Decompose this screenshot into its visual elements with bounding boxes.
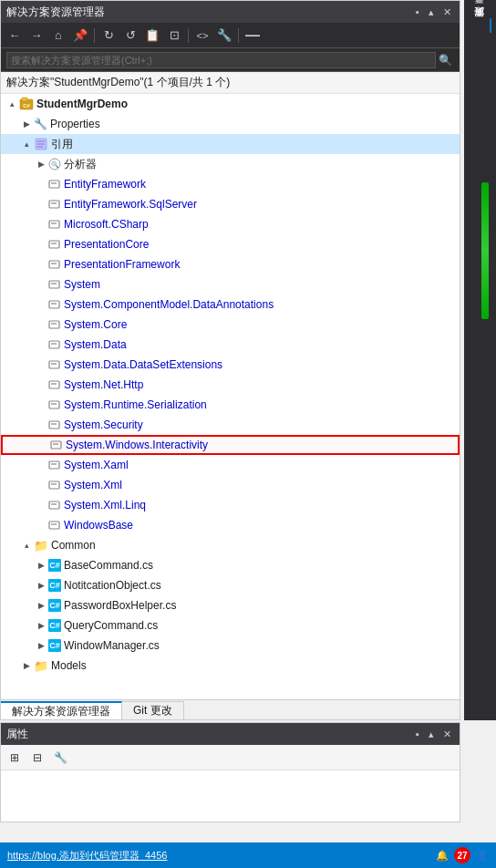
props-close-button[interactable]: ✕ (440, 729, 454, 739)
tree-ref-presfw[interactable]: ▶ PresentationFramework (1, 254, 460, 274)
tree-ref-mscsharp[interactable]: ▶ Microsoft.CSharp (1, 214, 460, 234)
pin-button2[interactable]: 📌 (70, 26, 90, 46)
ref-sysxaml-label: System.Xaml (64, 459, 129, 471)
refresh-button[interactable]: ↻ (98, 26, 119, 46)
tree-common-folder[interactable]: ▴ 📁 Common (1, 535, 460, 555)
tree-ref-sysdataext[interactable]: ▶ System.Data.DataSetExtensions (1, 355, 460, 375)
props-toolbar: ⊞ ⊟ 🔧 (1, 745, 460, 770)
tree-windowmanager[interactable]: ▶ C# WindowManager.cs (1, 636, 460, 656)
minimize-button[interactable]: — (243, 26, 263, 46)
tree-ref-syssec[interactable]: ▶ System.Security (1, 415, 460, 435)
ref-icon-sysdata (48, 339, 61, 350)
tree-properties[interactable]: ▶ 🔧 Properties (1, 114, 460, 134)
expand-icon-no: ▶ (34, 578, 48, 593)
tree-ref-sysann[interactable]: ▶ System.ComponentModel.DataAnnotations (1, 294, 460, 315)
props-pin-button[interactable]: ▪ (413, 729, 422, 739)
ref-prescore-label: PresentationCore (64, 238, 149, 251)
ref-icon-sysxmllinq (48, 500, 61, 511)
tree-ref-sysnethttp[interactable]: ▶ System.Net.Http (1, 375, 460, 395)
notification-badge[interactable]: 27 (454, 847, 470, 863)
bottom-tabs: 解决方案资源管理器 Git 更改 (1, 699, 460, 719)
tab-solution-explorer[interactable]: 解决方案资源管理器 (1, 701, 122, 719)
tree-ref-ef-sql[interactable]: ▶ EntityFramework.SqlServer (1, 194, 460, 214)
expand-icon-references: ▴ (19, 137, 34, 151)
tab-git-changes[interactable]: Git 更改 (122, 701, 184, 719)
tree-area[interactable]: 解决方案"StudentMgrDemo"(1 个项目/共 1 个) ▴ C# S… (1, 72, 460, 699)
svg-rect-29 (49, 381, 59, 388)
cs-icon-no: C# (48, 579, 61, 592)
tree-querycommand[interactable]: ▶ C# QueryCommand.cs (1, 615, 460, 636)
sidebar-tab-toolbox[interactable]: 工具箱 (469, 4, 491, 18)
home-button[interactable]: ⌂ (48, 26, 68, 46)
tree-ref-prescore[interactable]: ▶ PresentationCore (1, 234, 460, 254)
search-icon-button[interactable]: 🔍 (436, 51, 454, 69)
ref-ef-sql-label: EntityFramework.SqlServer (64, 198, 197, 211)
tree-analyzer[interactable]: ▶ 🔍 分析器 (1, 154, 460, 174)
expand-icon-common: ▴ (19, 538, 34, 553)
tree-root-item[interactable]: ▴ C# StudentMgrDemo (1, 94, 460, 114)
status-link-text: https://blog.添加到代码管理器_4456 (7, 850, 167, 861)
ref-sysxml-label: System.Xml (64, 479, 122, 491)
svg-rect-21 (49, 301, 59, 308)
expand-icon-models: ▶ (19, 658, 34, 673)
tree-ref-sysdata[interactable]: ▶ System.Data (1, 335, 460, 355)
separator2 (188, 28, 189, 43)
settings-button[interactable]: 🔧 (214, 26, 234, 46)
querycommand-label: QueryCommand.cs (64, 619, 158, 632)
ref-system-label: System (64, 278, 100, 291)
svg-rect-17 (49, 261, 59, 268)
status-link[interactable]: https://blog.添加到代码管理器_4456 (7, 849, 167, 863)
svg-rect-13 (49, 221, 59, 228)
title-buttons: ▪ ▴ ✕ (413, 7, 454, 17)
cs-icon-pb: C# (48, 599, 61, 612)
ref-icon-mscsharp (48, 219, 61, 230)
tree-ref-sysxaml[interactable]: ▶ System.Xaml (1, 455, 460, 475)
ref-sysann-label: System.ComponentModel.DataAnnotations (64, 298, 274, 311)
copy-button[interactable]: 📋 (142, 26, 162, 46)
view-button[interactable]: ⊡ (164, 26, 184, 46)
tree-ref-sysruntime[interactable]: ▶ System.Runtime.Serialization (1, 395, 460, 415)
tree-ref-winbase[interactable]: ▶ WindowsBase (1, 515, 460, 535)
close-button[interactable]: ✕ (440, 7, 454, 17)
ref-icon-sysann (48, 299, 61, 310)
cs-icon-bc: C# (48, 559, 61, 572)
ref-icon-sysdataext (48, 359, 61, 370)
tree-ref-ef[interactable]: ▶ EntityFramework (1, 174, 460, 194)
ref-syswinint-label: System.Windows.Interactivity (66, 439, 208, 451)
pin-button[interactable]: ▪ (413, 7, 422, 17)
float-button[interactable]: ▴ (426, 7, 437, 17)
search-input[interactable] (6, 52, 436, 68)
tree-ref-system[interactable]: ▶ System (1, 274, 460, 294)
props-list-button[interactable]: ⊞ (5, 748, 25, 768)
references-label: 引用 (51, 137, 73, 152)
props-settings-btn[interactable]: 🔧 (50, 748, 70, 768)
props-float-button[interactable]: ▴ (426, 729, 437, 739)
undo-button[interactable]: ↺ (120, 26, 140, 46)
tree-passwordbox[interactable]: ▶ C# PasswordBoxHelper.cs (1, 595, 460, 615)
forward-button[interactable]: → (26, 26, 46, 46)
right-sidebar: 工具箱 解决方案 (464, 0, 496, 720)
ref-sysxmllinq-label: System.Xml.Linq (64, 499, 146, 512)
back-button[interactable]: ← (5, 26, 25, 46)
ref-icon-sysxml (48, 480, 61, 491)
tree-ref-sysxmllinq[interactable]: ▶ System.Xml.Linq (1, 495, 460, 515)
props-sort-button[interactable]: ⊟ (27, 748, 47, 768)
ref-icon-winbase (48, 520, 61, 531)
tree-notitcation[interactable]: ▶ C# NotitcationObject.cs (1, 575, 460, 595)
tree-references[interactable]: ▴ 引用 (1, 134, 460, 154)
svg-text:🔍: 🔍 (51, 160, 59, 169)
project-icon: C# (19, 97, 34, 111)
notification-icon: 🔔 (436, 850, 449, 862)
models-label: Models (51, 659, 87, 672)
tree-models-folder[interactable]: ▶ 📁 Models (1, 656, 460, 676)
svg-rect-33 (49, 421, 59, 429)
tree-basecommand[interactable]: ▶ C# BaseCommand.cs (1, 555, 460, 575)
props-title: 属性 (6, 727, 28, 742)
code-button[interactable]: <> (192, 26, 212, 46)
tree-ref-syscore[interactable]: ▶ System.Core (1, 315, 460, 335)
sidebar-tab-solution[interactable]: 解决方案 (469, 18, 491, 33)
tree-ref-syswinint[interactable]: ▶ System.Windows.Interactivity (1, 435, 460, 455)
tree-ref-sysxml[interactable]: ▶ System.Xml (1, 475, 460, 495)
svg-rect-11 (49, 201, 59, 208)
ref-presfw-label: PresentationFramework (64, 258, 180, 271)
